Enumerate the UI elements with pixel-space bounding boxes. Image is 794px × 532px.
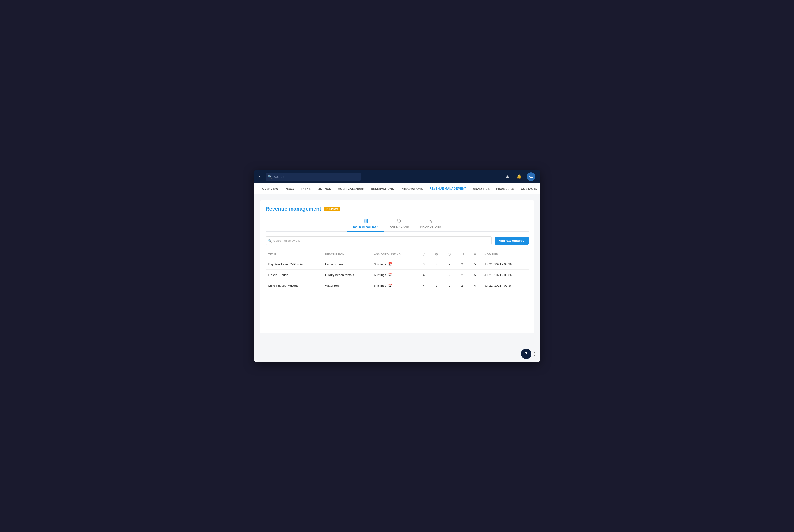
- premium-badge: PREMIUM: [324, 207, 340, 211]
- row-col2: 3: [430, 280, 443, 291]
- promotions-icon: [428, 218, 433, 224]
- svg-point-7: [435, 254, 438, 255]
- table-row[interactable]: Big Bear Lake, California Large homes 3 …: [266, 259, 529, 270]
- row-col4: 2: [456, 270, 469, 280]
- search-icon: 🔍: [268, 175, 272, 178]
- rate-strategy-icon: [363, 218, 368, 224]
- help-button[interactable]: ?: [521, 349, 531, 359]
- nav-reservations[interactable]: RESERVATIONS: [367, 183, 397, 194]
- row-assigned-listing: 6 listings 📅: [371, 270, 417, 280]
- calendar-icon: 📅: [388, 273, 392, 277]
- avatar[interactable]: AC: [527, 172, 535, 181]
- row-col5: 6: [469, 280, 481, 291]
- notifications-button[interactable]: 🔔: [515, 173, 523, 180]
- row-title: Destin, Florida: [266, 270, 322, 280]
- tab-promotions[interactable]: PROMOTIONS: [415, 217, 447, 232]
- row-col4: 2: [456, 280, 469, 291]
- nav-contacts[interactable]: CONTACTS: [518, 183, 540, 194]
- nav-listings[interactable]: LISTINGS: [314, 183, 335, 194]
- nav-overview[interactable]: OVERVIEW: [259, 183, 282, 194]
- row-col5: 5: [469, 259, 481, 270]
- svg-rect-2: [364, 222, 365, 223]
- col-assigned-listing: ASSIGNED LISTING: [371, 250, 417, 259]
- row-description: Waterfront: [322, 280, 371, 291]
- row-col3: 2: [443, 280, 456, 291]
- table-search-icon: 🔍: [268, 239, 272, 243]
- tab-rate-strategy[interactable]: RATE STRATEGY: [347, 217, 384, 232]
- row-col3: 2: [443, 270, 456, 280]
- row-description: Large homes: [322, 259, 371, 270]
- row-col5: 5: [469, 270, 481, 280]
- add-rate-strategy-button[interactable]: Add rate strategy: [494, 237, 529, 245]
- col-icon-1: [417, 250, 430, 259]
- calendar-icon: 📅: [388, 284, 392, 287]
- row-col1: 4: [417, 270, 430, 280]
- tab-rate-strategy-label: RATE STRATEGY: [353, 225, 378, 228]
- table-search-wrap: 🔍: [266, 236, 492, 245]
- calendar-icon: 📅: [388, 262, 392, 266]
- table-row[interactable]: Lake Havasu, Arizona Waterfront 5 listin…: [266, 280, 529, 291]
- row-col3: 7: [443, 259, 456, 270]
- row-assigned-listing: 3 listings 📅: [371, 259, 417, 270]
- col-description: DESCRIPTION: [322, 250, 371, 259]
- row-modified: Jul 21, 2021 - 03:36: [481, 270, 528, 280]
- col-icon-5: [469, 250, 481, 259]
- nav-analytics[interactable]: ANALYTICS: [470, 183, 493, 194]
- nav-financials[interactable]: FINANCIALS: [493, 183, 518, 194]
- col-modified: MODIFIED: [481, 250, 528, 259]
- row-title: Big Bear Lake, California: [266, 259, 322, 270]
- row-title: Lake Havasu, Arizona: [266, 280, 322, 291]
- page-content: Revenue management PREMIUM RATE STRATEGY: [254, 194, 540, 347]
- add-icon-button[interactable]: ⊕: [504, 173, 511, 180]
- svg-rect-1: [366, 219, 367, 221]
- search-wrapper: 🔍: [266, 173, 361, 180]
- top-bar: ⌂ 🔍 ⊕ 🔔 AC: [254, 170, 540, 183]
- table-search-input[interactable]: [266, 236, 492, 245]
- tab-rate-plans-label: RATE PLANS: [390, 225, 409, 228]
- row-modified: Jul 21, 2021 - 03:36: [481, 280, 528, 291]
- row-description: Luxury beach rentals: [322, 270, 371, 280]
- search-action-row: 🔍 Add rate strategy: [266, 236, 529, 245]
- col-icon-3: [443, 250, 456, 259]
- more-button[interactable]: ⋮: [532, 352, 536, 356]
- svg-rect-3: [366, 222, 367, 223]
- tab-promotions-label: PROMOTIONS: [420, 225, 441, 228]
- nav-multi-calendar[interactable]: MULTI-CALENDAR: [335, 183, 367, 194]
- col-icon-2: [430, 250, 443, 259]
- row-assigned-listing: 5 listings 📅: [371, 280, 417, 291]
- data-table: TITLE DESCRIPTION ASSIGNED LISTING: [266, 250, 529, 291]
- table-row[interactable]: Destin, Florida Luxury beach rentals 6 l…: [266, 270, 529, 280]
- row-col1: 4: [417, 280, 430, 291]
- row-col4: 2: [456, 259, 469, 270]
- home-icon[interactable]: ⌂: [259, 174, 262, 179]
- top-bar-right: ⊕ 🔔 AC: [504, 172, 535, 181]
- page-header: Revenue management PREMIUM: [266, 206, 529, 212]
- nav-tasks[interactable]: TASKS: [298, 183, 314, 194]
- main-nav: OVERVIEW INBOX TASKS LISTINGS MULTI-CALE…: [254, 183, 540, 194]
- browser-window: ⌂ 🔍 ⊕ 🔔 AC OVERVIEW INBOX TASKS LISTINGS…: [254, 170, 540, 362]
- col-title: TITLE: [266, 250, 322, 259]
- global-search-input[interactable]: [266, 173, 361, 180]
- col-icon-4: [456, 250, 469, 259]
- sub-tabs: RATE STRATEGY RATE PLANS: [266, 217, 529, 232]
- row-col2: 3: [430, 259, 443, 270]
- svg-rect-0: [364, 219, 365, 221]
- nav-inbox[interactable]: INBOX: [281, 183, 298, 194]
- page-title-area: Revenue management PREMIUM: [266, 206, 340, 212]
- row-modified: Jul 21, 2021 - 03:36: [481, 259, 528, 270]
- tab-rate-plans[interactable]: RATE PLANS: [384, 217, 415, 232]
- rate-plans-icon: [397, 218, 402, 224]
- content-card: Revenue management PREMIUM RATE STRATEGY: [260, 200, 534, 334]
- row-col1: 3: [417, 259, 430, 270]
- nav-revenue-management[interactable]: REVENUE MANAGEMENT: [426, 183, 470, 194]
- row-col2: 3: [430, 270, 443, 280]
- nav-integrations[interactable]: INTEGRATIONS: [397, 183, 426, 194]
- page-title: Revenue management: [266, 206, 321, 212]
